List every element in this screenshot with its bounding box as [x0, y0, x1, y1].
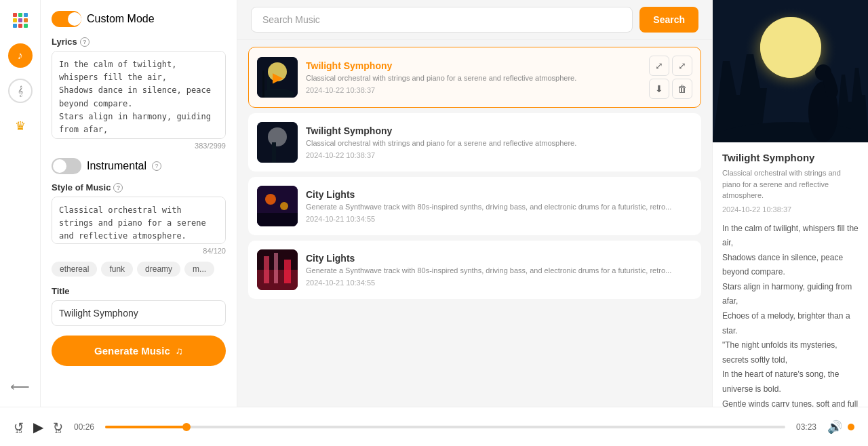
result-title: City Lights	[306, 253, 692, 264]
play-button[interactable]: ▶	[33, 419, 43, 435]
bottom-player: ↺15 ▶ ↻15 00:26 03:23 🔊	[0, 407, 868, 446]
svg-point-9	[265, 194, 276, 205]
center-panel: Search ▶ Twilight Symphony Clas	[237, 0, 712, 407]
volume-dot	[848, 424, 854, 430]
instrumental-info-icon[interactable]: ?	[152, 161, 161, 171]
svg-rect-3	[267, 77, 270, 98]
left-panel: Custom Mode Lyrics ? In the calm of twil…	[41, 0, 237, 407]
sidebar-crown-icon[interactable]: ♛	[8, 114, 33, 138]
title-input[interactable]	[52, 300, 226, 326]
result-actions: ⤢ ⤢ ⬇ 🗑	[649, 56, 692, 99]
lyrics-input[interactable]: In the calm of twilight, whispers fill t…	[52, 51, 226, 139]
download-icon[interactable]: ⬇	[649, 79, 669, 99]
title-label: Title	[52, 286, 226, 296]
svg-rect-16	[284, 260, 291, 283]
result-date: 2024-10-21 10:34:55	[306, 279, 692, 287]
result-info: City Lights Generate a Synthwave track w…	[306, 189, 692, 223]
style-label: Style of Music ?	[52, 182, 226, 192]
tag-funk[interactable]: funk	[101, 262, 133, 277]
track-description: Classical orchestral with strings and pi…	[722, 167, 859, 201]
style-input[interactable]: Classical orchestral with strings and pi…	[52, 197, 226, 244]
player-controls: ↺15 ▶ ↻15	[14, 419, 63, 435]
progress-dot	[182, 423, 191, 431]
track-info: Twilight Symphony Classical orchestral w…	[713, 142, 868, 407]
tag-more[interactable]: m...	[184, 262, 214, 277]
svg-point-20	[760, 17, 821, 78]
svg-rect-15	[274, 253, 278, 283]
track-lyrics: In the calm of twilight, whispers fill t…	[722, 222, 859, 407]
result-title: Twilight Symphony	[306, 125, 692, 136]
result-item[interactable]: Twilight Symphony Classical orchestral w…	[248, 113, 701, 171]
result-info: City Lights Generate a Synthwave track w…	[306, 253, 692, 287]
sidebar: ♪ 𝄞 ♛ ⟵	[0, 0, 41, 407]
time-current: 00:26	[74, 422, 94, 432]
sidebar-music2-icon[interactable]: 𝄞	[8, 79, 33, 103]
album-art	[713, 0, 868, 142]
svg-rect-11	[257, 213, 298, 226]
sidebar-music-icon[interactable]: ♪	[8, 43, 33, 68]
instrumental-row: Instrumental ?	[52, 158, 226, 174]
result-thumbnail	[257, 249, 298, 290]
result-thumbnail: ▶	[257, 57, 298, 98]
generate-button[interactable]: Generate Music ♫	[52, 336, 226, 366]
share-icon[interactable]: ⤢	[672, 56, 692, 76]
tags-row: ethereal funk dreamy m...	[52, 262, 226, 277]
result-info: Twilight Symphony Classical orchestral w…	[306, 125, 692, 159]
search-button[interactable]: Search	[639, 7, 698, 33]
lyrics-label: Lyrics ?	[52, 37, 226, 47]
result-date: 2024-10-22 10:38:37	[306, 86, 641, 94]
progress-bar[interactable]	[105, 426, 785, 428]
result-item[interactable]: ▶ Twilight Symphony Classical orchestral…	[248, 47, 701, 108]
result-thumbnail	[257, 186, 298, 226]
sidebar-logout-icon[interactable]: ⟵	[8, 374, 33, 399]
title-section: Title	[52, 286, 226, 326]
sidebar-grid-icon[interactable]	[8, 8, 33, 33]
result-item[interactable]: City Lights Generate a Synthwave track w…	[248, 177, 701, 235]
volume-icon[interactable]: 🔊	[827, 420, 842, 434]
instrumental-label: Instrumental	[87, 160, 146, 172]
svg-rect-4	[262, 70, 264, 98]
music-note-icon: ♫	[176, 345, 183, 357]
result-date: 2024-10-21 10:34:55	[306, 215, 692, 223]
result-thumbnail	[257, 122, 298, 163]
result-description: Classical orchestral with strings and pi…	[306, 73, 641, 83]
result-description: Classical orchestral with strings and pi…	[306, 138, 692, 148]
result-title: Twilight Symphony	[306, 60, 641, 71]
search-input[interactable]	[251, 7, 633, 33]
expand-icon[interactable]: ⤢	[649, 56, 669, 76]
lyrics-char-count: 383/2999	[52, 142, 226, 150]
right-panel: Twilight Symphony Classical orchestral w…	[712, 0, 868, 407]
tag-dreamy[interactable]: dreamy	[137, 262, 180, 277]
track-title: Twilight Symphony	[722, 152, 859, 163]
skip-back-button[interactable]: ↺15	[14, 420, 24, 434]
result-item[interactable]: City Lights Generate a Synthwave track w…	[248, 241, 701, 299]
skip-forward-button[interactable]: ↻15	[53, 420, 63, 434]
delete-icon[interactable]: 🗑	[672, 79, 692, 99]
results-list: ▶ Twilight Symphony Classical orchestral…	[237, 40, 712, 407]
custom-mode-row: Custom Mode	[52, 11, 226, 27]
tag-ethereal[interactable]: ethereal	[52, 262, 97, 277]
result-date: 2024-10-22 10:38:37	[306, 151, 692, 159]
style-char-count: 84/120	[52, 247, 226, 255]
svg-rect-14	[264, 256, 269, 283]
track-date: 2024-10-22 10:38:37	[722, 205, 859, 214]
lyrics-info-icon[interactable]: ?	[80, 37, 90, 47]
volume-area: 🔊	[827, 420, 854, 434]
result-description: Generate a Synthwave track with 80s-insp…	[306, 266, 692, 276]
result-title: City Lights	[306, 189, 692, 200]
result-description: Generate a Synthwave track with 80s-insp…	[306, 202, 692, 212]
time-total: 03:23	[796, 422, 816, 432]
search-bar: Search	[237, 0, 712, 40]
custom-mode-label: Custom Mode	[87, 13, 155, 25]
play-icon: ▶	[273, 69, 283, 85]
style-info-icon[interactable]: ?	[113, 183, 123, 192]
svg-point-10	[280, 202, 288, 210]
svg-rect-7	[272, 142, 276, 163]
instrumental-toggle[interactable]	[52, 158, 81, 174]
result-info: Twilight Symphony Classical orchestral w…	[306, 60, 641, 94]
svg-point-6	[268, 127, 287, 146]
progress-fill	[105, 426, 186, 428]
custom-mode-toggle[interactable]	[52, 11, 81, 27]
